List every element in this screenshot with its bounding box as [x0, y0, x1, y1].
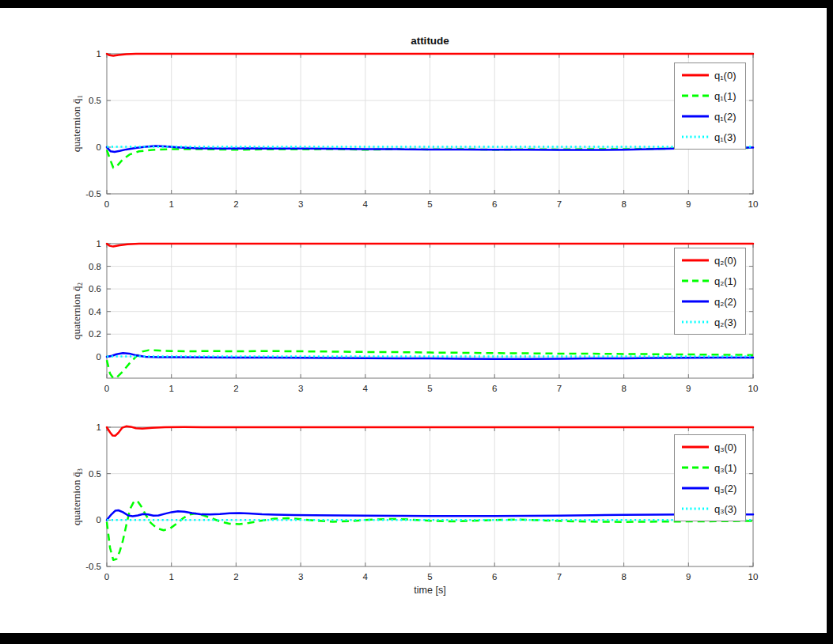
- legend-label: q₁(0): [714, 70, 736, 81]
- x-tick-label: 3: [298, 572, 303, 581]
- legend-line-solid-blue-icon: [680, 297, 710, 306]
- y-tick-label: 0.4: [89, 307, 102, 316]
- legend-label: q₃(1): [714, 462, 736, 474]
- screen-frame-bottom: [0, 633, 833, 644]
- figure-title: attitude: [107, 35, 753, 47]
- x-tick-label: 5: [427, 384, 432, 393]
- legend-entry: q₃(1): [675, 457, 745, 478]
- legend-line-solid-red-icon: [680, 70, 710, 80]
- y-tick-label: 1: [97, 239, 101, 248]
- legend-line-dashed-green-icon: [680, 276, 710, 286]
- legend-label: q₂(3): [714, 316, 736, 328]
- legend-entry: q₂(1): [675, 271, 745, 291]
- legend-subplot-3: q₃(0) q₃(1) q₃(2) q₃(3): [674, 434, 746, 521]
- y-tick-label: -0.5: [85, 189, 101, 199]
- legend-entry: q₃(0): [675, 437, 745, 457]
- screen-frame-right: [827, 0, 833, 644]
- x-tick-label: 2: [233, 572, 238, 581]
- x-tick-label: 0: [104, 572, 109, 581]
- legend-entry: q₁(2): [675, 106, 745, 127]
- legend-label: q₁(3): [714, 131, 736, 143]
- legend-entry: q₂(0): [675, 250, 745, 271]
- legend-entry: q₁(1): [675, 85, 745, 106]
- x-tick-label: 8: [621, 572, 626, 581]
- x-tick-label: 5: [427, 572, 432, 581]
- x-tick-label: 4: [363, 572, 369, 581]
- legend-label: q₃(2): [714, 483, 736, 494]
- x-tick-label: 9: [686, 572, 691, 581]
- legend-subplot-1: q₁(0) q₁(1) q₁(2) q₁(3): [674, 63, 746, 150]
- x-tick-label: 8: [621, 384, 626, 393]
- x-tick-label: 3: [298, 199, 303, 209]
- legend-entry: q₃(3): [675, 498, 745, 519]
- legend-label: q₃(3): [714, 503, 736, 515]
- x-tick-label: 4: [363, 384, 369, 393]
- y-tick-label: 0.8: [89, 262, 101, 271]
- x-axis-label: time [s]: [107, 585, 753, 596]
- legend-label: q₂(0): [714, 255, 736, 267]
- y-tick-label: 0.5: [89, 469, 101, 479]
- legend-line-dotted-cyan-icon: [680, 132, 710, 142]
- y-tick-label: 1: [97, 422, 101, 432]
- x-tick-label: 3: [298, 384, 303, 393]
- x-tick-label: 10: [748, 572, 759, 581]
- y-axis-label-subplot-2: quaternion q̄₂: [70, 224, 83, 398]
- x-tick-label: 9: [686, 199, 691, 209]
- x-tick-label: 1: [168, 199, 173, 209]
- x-tick-label: 5: [427, 199, 432, 209]
- legend-line-dashed-green-icon: [680, 463, 710, 472]
- screen-frame-top: [0, 0, 833, 8]
- legend-label: q₂(1): [714, 275, 736, 287]
- x-tick-label: 6: [492, 384, 497, 393]
- y-axis-label-subplot-1: quaternion q̄₁: [70, 36, 83, 210]
- legend-subplot-2: q₂(0) q₂(1) q₂(2) q₂(3): [674, 248, 746, 335]
- y-tick-label: 0.5: [89, 96, 101, 105]
- y-tick-label: 0.6: [89, 284, 101, 294]
- legend-entry: q₁(3): [675, 127, 745, 147]
- legend-entry: q₂(3): [675, 312, 745, 332]
- y-tick-label: 0: [97, 142, 101, 152]
- legend-label: q₂(2): [714, 296, 736, 308]
- x-tick-label: 6: [492, 572, 497, 581]
- legend-label: q₁(1): [714, 90, 736, 102]
- x-tick-label: 1: [168, 572, 173, 581]
- legend-line-dashed-green-icon: [680, 91, 710, 100]
- x-tick-label: 2: [233, 199, 238, 209]
- x-tick-label: 4: [363, 199, 369, 209]
- x-tick-label: 0: [104, 199, 109, 209]
- x-tick-label: 6: [492, 199, 497, 209]
- x-tick-label: 10: [748, 384, 759, 393]
- x-tick-label: 7: [557, 384, 562, 393]
- x-tick-label: 8: [621, 199, 626, 209]
- legend-label: q₁(2): [714, 111, 736, 123]
- x-tick-label: 0: [104, 384, 109, 393]
- y-tick-label: 1: [97, 49, 101, 59]
- x-tick-label: 1: [168, 384, 173, 393]
- y-tick-label: 0: [97, 352, 101, 362]
- y-tick-label: -0.5: [85, 562, 101, 571]
- x-tick-label: 7: [557, 199, 562, 209]
- legend-line-solid-blue-icon: [680, 483, 710, 493]
- legend-entry: q₃(2): [675, 478, 745, 498]
- legend-line-solid-red-icon: [680, 256, 710, 265]
- legend-label: q₃(0): [714, 441, 736, 453]
- legend-entry: q₁(0): [675, 65, 745, 85]
- legend-line-dotted-cyan-icon: [680, 317, 710, 327]
- legend-entry: q₂(2): [675, 291, 745, 312]
- x-tick-label: 9: [686, 384, 691, 393]
- y-tick-label: 0.2: [89, 329, 101, 339]
- y-axis-label-subplot-3: quaternion q̄₃: [70, 410, 83, 584]
- x-tick-label: 2: [233, 384, 238, 393]
- legend-line-dotted-cyan-icon: [680, 504, 710, 513]
- legend-line-solid-blue-icon: [680, 112, 710, 121]
- legend-line-solid-red-icon: [680, 442, 710, 452]
- x-tick-label: 10: [748, 199, 759, 209]
- matlab-figure-window: 012345678910-0.500.5101234567891000.20.4…: [0, 0, 833, 644]
- x-tick-label: 7: [557, 572, 562, 581]
- y-tick-label: 0: [97, 515, 101, 525]
